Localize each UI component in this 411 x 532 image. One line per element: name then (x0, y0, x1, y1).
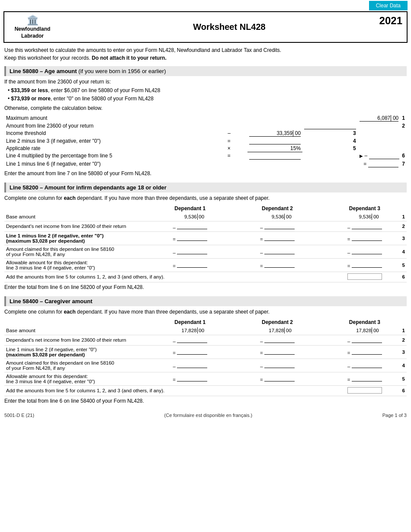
dep58400-row4: Amount claimed for this dependant on lin… (4, 359, 407, 372)
logo-icon: 🏛️ (27, 15, 39, 26)
dep58400-row1-linenum: 1 (401, 326, 407, 335)
line58200-section: Line 58200 – Amount for infirm dependant… (4, 183, 407, 290)
dep58400-row5-label: Allowable amount for this dependant:line… (4, 372, 154, 385)
dep58400-2-base: 17,828 00 (262, 327, 292, 333)
worksheet-title: Worksheet NL428 (56, 22, 402, 32)
dep1-base: 9,536 00 (175, 214, 205, 220)
dep58400-row1-label: Base amount (4, 326, 154, 335)
dep58200-row1: Base amount 9,536 00 9,536 00 (4, 212, 407, 221)
dep58200-row2: Dependant's net income from line 23600 o… (4, 221, 407, 231)
dep58400-row3-label: Line 1 minus line 2 (if negative, enter … (4, 345, 154, 359)
dep58400-row2-linenum: 2 (401, 335, 407, 345)
line58200-title: Line 58200 – Amount for infirm dependant… (10, 184, 167, 191)
row6-op: = (209, 152, 232, 160)
row3-value-dec: 00 (294, 130, 301, 136)
line58200-enter-text: Enter the total from line 6 on line 5820… (4, 284, 407, 290)
row3-label: Income threshold (4, 130, 209, 137)
row6-dash: – (365, 153, 368, 159)
dep-row6-label: Add the amounts from line 5 for columns … (4, 272, 329, 282)
content-area: Use this worksheet to calculate the amou… (4, 46, 407, 404)
dep-row4-op3: – (347, 250, 350, 255)
dep-row5-op1: = (173, 263, 176, 269)
dep-row6-linenum: 6 (401, 272, 407, 282)
intro-text: Use this worksheet to calculate the amou… (4, 46, 407, 62)
row6-arrow: ▶ (360, 154, 363, 158)
row1-op (209, 115, 232, 122)
row5-op: × (209, 145, 232, 152)
line58400-complete-text: Complete one column for each dependant. … (4, 309, 407, 315)
line58400-title: Line 58400 – Caregiver amount (10, 298, 92, 304)
line58080-title: Line 58080 – Age amount (10, 68, 77, 74)
dep-row5-linenum: 5 (401, 258, 407, 272)
dep-row2-op3: – (347, 225, 350, 230)
bullet-1: $33,359 or less, enter $6,087 on line 58… (8, 87, 407, 95)
dep58400-header-row: Dependant 1 Dependant 2 Dependant 3 (4, 318, 407, 326)
dep58400-dep3-header: Dependant 3 (329, 318, 400, 326)
dep58400-3-base: 17,828 00 (350, 327, 379, 333)
dep2-header: Dependant 2 (241, 205, 313, 212)
line58080-section: Line 58080 – Age amount (if you were bor… (4, 66, 407, 176)
intro-line2: Keep this worksheet for your records. (4, 55, 90, 61)
line58400-enter-text: Enter the total from line 6 on line 5840… (4, 398, 407, 404)
calc-row-5: Applicable rate × 15% 5 (4, 145, 407, 152)
line58400-dep-table: Dependant 1 Dependant 2 Dependant 3 Base… (4, 318, 407, 396)
row6-linenum: 6 (400, 152, 407, 160)
dep58200-row6: Add the amounts from line 5 for columns … (4, 272, 407, 282)
row2-linenum: 2 (400, 122, 407, 130)
dep-header-row: Dependant 1 Dependant 2 Dependant 3 (4, 205, 407, 212)
dep-row5-label: Allowable amount for this dependant:line… (4, 258, 154, 272)
dep58400-row6-label: Add the amounts from line 5 for columns … (4, 385, 329, 396)
line58400-header: Line 58400 – Caregiver amount (4, 296, 407, 306)
dep2-base: 9,536 00 (262, 214, 292, 220)
dep58400-row3-linenum: 3 (401, 345, 407, 359)
row6-label: Line 4 multiplied by the percentage from… (4, 152, 209, 160)
dep58200-row4: Amount claimed for this dependant on lin… (4, 245, 407, 258)
line58200-dep-table: Dependant 1 Dependant 2 Dependant 3 Base… (4, 205, 407, 282)
line58080-header: Line 58080 – Age amount (if you were bor… (4, 66, 407, 76)
dep-row5-op2: = (260, 263, 263, 269)
calc-row-2: Amount from line 23600 of your return 2 (4, 122, 407, 130)
calc-row-6: Line 4 multiplied by the percentage from… (4, 152, 407, 160)
year-badge: 2021 (379, 15, 402, 27)
row4-label: Line 2 minus line 3 (if negative, enter … (4, 137, 209, 145)
calc-row-4: Line 2 minus line 3 (if negative, enter … (4, 137, 407, 145)
row7-label: Line 1 minus line 6 (if negative, enter … (4, 160, 209, 168)
dep-row4-op1: – (173, 250, 175, 255)
dep58200-row3: Line 1 minus line 2 (if negative, enter … (4, 231, 407, 245)
dep58400-1-base: 17,828 00 (175, 327, 205, 333)
dep-row3-op2: = (260, 237, 263, 242)
row7-equal: = (363, 161, 366, 167)
line58080-enter-text: Enter the amount from line 7 on line 580… (4, 170, 407, 176)
dep-row5-op3: = (347, 263, 350, 269)
footer-left: 5001-D E (21) (4, 413, 34, 418)
line58080-bullets: $33,359 or less, enter $6,087 on line 58… (8, 87, 407, 103)
dep58400-row1: Base amount 17,828 00 17,828 00 (4, 326, 407, 335)
calc-row-3: Income threshold – 33,359 00 3 (4, 130, 407, 137)
dep3-header: Dependant 3 (329, 205, 400, 212)
dep-header-empty (4, 205, 154, 212)
dep58400-row5: Allowable amount for this dependant:line… (4, 372, 407, 385)
bullet-2: $73,939 or more, enter "0" on line 58080… (8, 95, 407, 103)
dep-row3-op1: = (173, 237, 176, 242)
row5-label: Applicable rate (4, 145, 209, 152)
dep-row3-label: Line 1 minus line 2 (if negative, enter … (4, 231, 154, 245)
clear-data-button[interactable]: Clear Data (369, 1, 408, 10)
row3-op: – (209, 130, 232, 137)
logo-text: NewfoundlandLabrador (15, 26, 51, 39)
row1-value-int: 6,087 (377, 115, 390, 121)
logo-area: 🏛️ NewfoundlandLabrador (9, 15, 56, 39)
row2-label: Amount from line 23600 of your return (4, 122, 209, 130)
footer-center: (Ce formulaire est disponible en françai… (164, 413, 253, 418)
dep58400-row2-label: Dependant's net income from line 23600 o… (4, 335, 154, 345)
line58080-subtitle: (if you were born in 1956 or earlier) (77, 68, 166, 74)
dep58400-row2: Dependant's net income from line 23600 o… (4, 335, 407, 345)
row4-op: = (209, 137, 232, 145)
footer-right: Page 1 of 3 (382, 413, 407, 418)
line58080-otherwise: Otherwise, complete the calculation belo… (4, 105, 407, 111)
dep58200-row5: Allowable amount for this dependant:line… (4, 258, 407, 272)
dep58400-row6: Add the amounts from line 5 for columns … (4, 385, 407, 396)
dep58400-row4-linenum: 4 (401, 359, 407, 372)
row1-value-dec: 00 (392, 115, 398, 121)
dep-row3-linenum: 3 (401, 231, 407, 245)
line58080-if-text: If the amount from line 23600 of your re… (4, 79, 407, 85)
